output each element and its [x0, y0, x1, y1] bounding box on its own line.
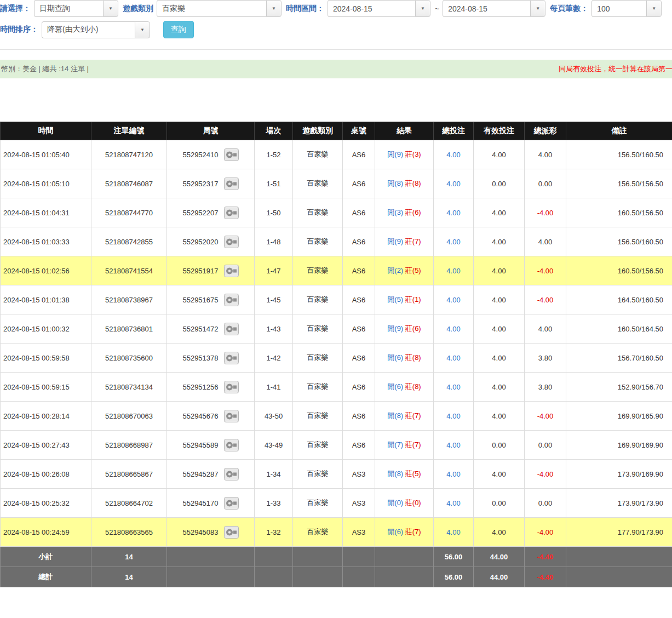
chevron-down-icon[interactable]: ▼	[646, 0, 662, 17]
cell-game: 百家樂	[293, 373, 343, 402]
video-replay-icon[interactable]	[224, 381, 239, 393]
total-bet-link[interactable]: 4.00	[446, 499, 460, 507]
video-replay-icon[interactable]	[224, 178, 239, 190]
cell-result: 閒(9) 莊(7)	[375, 227, 434, 256]
cell-bet-id: 521808736801	[91, 314, 167, 344]
round-number: 552952317	[182, 180, 218, 188]
chevron-down-icon[interactable]: ▼	[415, 0, 430, 17]
cell-game: 百家樂	[293, 460, 343, 489]
game-type-input[interactable]	[157, 0, 266, 17]
page-size-input[interactable]	[591, 0, 646, 17]
cell-result: 閒(0) 莊(0)	[375, 489, 434, 518]
footer-empty-cell	[566, 547, 672, 567]
total-count: 14	[91, 567, 167, 587]
total-bet-link[interactable]: 4.00	[446, 470, 460, 478]
video-replay-icon[interactable]	[224, 410, 239, 422]
total-bet-link[interactable]: 4.00	[446, 325, 460, 333]
cell-game: 百家樂	[293, 285, 343, 314]
cell-total-bet: 4.00	[434, 314, 474, 344]
cell-total-bet: 4.00	[434, 227, 474, 256]
cell-note: 164.50/160.50	[566, 285, 672, 314]
table-row: 2024-08-15 00:59:58 521808735600 5529513…	[1, 344, 672, 373]
chevron-down-icon[interactable]: ▼	[530, 0, 545, 17]
banker-result: 莊(8)	[405, 179, 421, 187]
video-replay-icon[interactable]	[224, 497, 239, 510]
round-number: 552952020	[182, 238, 218, 246]
round-number: 552951675	[182, 296, 218, 304]
date-from-picker[interactable]: ▼	[328, 0, 430, 17]
bet-records-table: 時間 注單編號 局號 場次 遊戲類別 桌號 結果 總投注 有效投注 總派彩 備註…	[0, 122, 672, 587]
total-bet-link[interactable]: 4.00	[446, 151, 460, 159]
footer-empty-cell	[255, 547, 293, 567]
cell-round: 552945589	[167, 431, 255, 460]
video-replay-icon[interactable]	[224, 148, 239, 161]
video-replay-icon[interactable]	[224, 526, 239, 539]
video-replay-icon[interactable]	[224, 207, 239, 219]
cell-game: 百家樂	[293, 518, 343, 547]
cell-round: 552951675	[167, 285, 255, 314]
cell-note: 156.50/156.50	[566, 169, 672, 198]
footer-empty-cell	[343, 547, 375, 567]
video-replay-icon[interactable]	[224, 352, 239, 364]
sort-order-select[interactable]: ▼	[42, 21, 150, 38]
chevron-down-icon[interactable]: ▼	[135, 21, 150, 38]
video-replay-icon[interactable]	[224, 236, 239, 248]
footer-empty-cell	[375, 567, 434, 587]
player-result: 閒(2)	[387, 266, 403, 274]
date-to-picker[interactable]: ▼	[443, 0, 545, 17]
round-number: 552951917	[182, 267, 218, 275]
total-bet-link[interactable]: 4.00	[446, 180, 460, 188]
query-type-input[interactable]	[34, 0, 103, 17]
chevron-down-icon[interactable]: ▼	[266, 0, 282, 17]
date-to-input[interactable]	[443, 0, 530, 17]
cell-result: 閒(6) 莊(7)	[375, 518, 434, 547]
cell-round: 552952317	[167, 169, 255, 198]
cell-bet-id: 521808744770	[91, 198, 167, 227]
table-header-row: 時間 注單編號 局號 場次 遊戲類別 桌號 結果 總投注 有效投注 總派彩 備註	[1, 122, 672, 140]
cell-result: 閒(9) 莊(6)	[375, 314, 434, 344]
date-from-input[interactable]	[328, 0, 415, 17]
video-replay-icon[interactable]	[224, 439, 239, 451]
sort-order-input[interactable]	[42, 21, 135, 38]
cell-time: 2024-08-15 00:25:32	[1, 489, 91, 518]
cell-table-no: AS3	[343, 518, 375, 547]
cell-payout: -4.00	[525, 402, 566, 431]
chevron-down-icon[interactable]: ▼	[103, 0, 118, 17]
footer-empty-cell	[167, 547, 255, 567]
page-size-label: 每頁筆數：	[550, 4, 588, 14]
cell-note: 160.50/164.50	[566, 314, 672, 344]
banker-result: 莊(6)	[405, 208, 421, 216]
total-bet-link[interactable]: 4.00	[446, 412, 460, 420]
table-row: 2024-08-15 01:02:56 521808741554 5529519…	[1, 256, 672, 285]
cell-note: 173.90/169.90	[566, 460, 672, 489]
cell-time: 2024-08-15 00:28:14	[1, 402, 91, 431]
total-bet-link[interactable]: 4.00	[446, 267, 460, 275]
total-bet-link[interactable]: 4.00	[446, 354, 460, 362]
cell-game: 百家樂	[293, 198, 343, 227]
page-size-select[interactable]: ▼	[591, 0, 662, 17]
cell-valid-bet: 0.00	[474, 431, 525, 460]
game-type-select[interactable]: ▼	[157, 0, 282, 17]
total-bet-link[interactable]: 4.00	[446, 296, 460, 304]
query-type-select[interactable]: ▼	[34, 0, 118, 17]
cell-round: 552945170	[167, 489, 255, 518]
total-bet-link[interactable]: 4.00	[446, 238, 460, 246]
round-number: 552951256	[182, 383, 218, 391]
total-bet-link[interactable]: 4.00	[446, 528, 460, 536]
video-replay-icon[interactable]	[224, 323, 239, 335]
cell-session: 1-41	[255, 373, 293, 402]
cell-round: 552951917	[167, 256, 255, 285]
video-replay-icon[interactable]	[224, 294, 239, 306]
cell-game: 百家樂	[293, 227, 343, 256]
total-bet-link[interactable]: 4.00	[446, 383, 460, 391]
total-bet-link[interactable]: 4.00	[446, 209, 460, 217]
total-bet-link[interactable]: 4.00	[446, 441, 460, 449]
round-number: 552945589	[182, 441, 218, 449]
cell-time: 2024-08-15 01:02:56	[1, 256, 91, 285]
video-replay-icon[interactable]	[224, 468, 239, 480]
cell-valid-bet: 4.00	[474, 518, 525, 547]
player-result: 閒(6)	[387, 528, 403, 536]
cell-valid-bet: 4.00	[474, 402, 525, 431]
search-button[interactable]: 查詢	[163, 21, 194, 38]
video-replay-icon[interactable]	[224, 265, 239, 277]
